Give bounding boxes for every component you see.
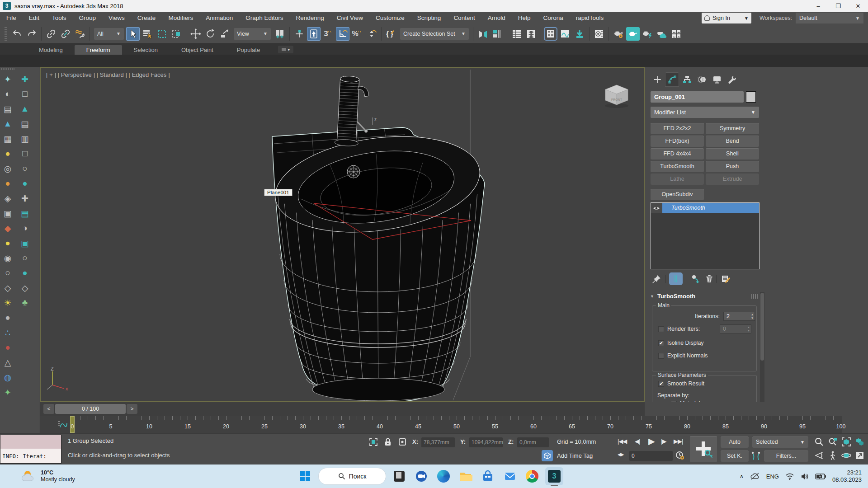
- layer-explorer-button[interactable]: [524, 27, 538, 41]
- listener-output-row[interactable]: INFO: Iterat:: [0, 449, 61, 463]
- tri-tool-icon[interactable]: △: [1, 356, 14, 369]
- globe-tool-icon[interactable]: ◍: [1, 371, 14, 384]
- zoom-all-icon[interactable]: [827, 436, 838, 447]
- tray-chevron-icon[interactable]: ∧: [740, 473, 744, 479]
- ribbon-tab-freeform[interactable]: Freeform: [75, 45, 122, 55]
- modifier-button-shell[interactable]: Shell: [706, 148, 759, 160]
- half-tool-icon[interactable]: ◑: [18, 221, 32, 235]
- pin-stack-button[interactable]: [651, 273, 663, 285]
- utilities-tab[interactable]: [725, 72, 739, 87]
- sphere-tool-icon[interactable]: ●: [1, 311, 14, 324]
- redo-button[interactable]: [25, 27, 38, 41]
- bind-to-space-warp-icon[interactable]: [73, 27, 87, 41]
- frame-step-arrows[interactable]: ◀▶: [618, 452, 623, 457]
- language-indicator[interactable]: ENG: [766, 473, 779, 480]
- spinner-snap-toggle[interactable]: [365, 27, 378, 41]
- frame-tool-icon[interactable]: □: [18, 147, 32, 160]
- dots-tool-icon[interactable]: ∴: [1, 326, 14, 339]
- wifi-icon[interactable]: [785, 473, 794, 480]
- percent-snap-toggle[interactable]: %: [350, 27, 364, 41]
- ribbon-tab-object-paint[interactable]: Object Paint: [170, 45, 225, 55]
- selection-filter-dropdown[interactable]: All▼: [94, 28, 124, 40]
- filters-button[interactable]: Filters...: [764, 450, 808, 462]
- onedrive-paused-icon[interactable]: [750, 473, 760, 480]
- circle-tool-icon[interactable]: ○: [1, 266, 14, 280]
- previous-frame-button2[interactable]: ◀|: [635, 438, 640, 445]
- gem2-tool-icon[interactable]: ◇: [18, 281, 32, 295]
- list-tool-icon[interactable]: ▤: [18, 117, 32, 131]
- figure-tool-icon[interactable]: ●: [18, 266, 32, 280]
- viewport-header[interactable]: [ + ] [ Perspective ] [ Standard ] [ Edg…: [46, 71, 170, 78]
- stack-row-turbosmooth[interactable]: TurboSmooth: [651, 203, 759, 213]
- menu-views[interactable]: Views: [102, 12, 131, 24]
- schematic-view-button[interactable]: [573, 27, 586, 41]
- object-name-field[interactable]: Group_001: [651, 91, 744, 103]
- use-pivot-point-button[interactable]: [273, 27, 287, 41]
- isoline-display-checkbox[interactable]: ✔: [658, 340, 664, 346]
- modifier-button-ffd-2x2x2[interactable]: FFD 2x2x2: [651, 123, 704, 134]
- key-filter-dropdown[interactable]: Selected▼: [752, 436, 808, 448]
- half-sphere-tool-icon[interactable]: ◐: [1, 87, 14, 101]
- key-mode-toggle-icon[interactable]: [750, 450, 761, 461]
- teal-list-tool-icon[interactable]: ▤: [18, 206, 32, 220]
- stack-item-label[interactable]: TurboSmooth: [662, 203, 759, 213]
- select-and-link-icon[interactable]: [44, 27, 58, 41]
- iterations-field[interactable]: 2 ▲▼: [723, 312, 755, 321]
- store-icon[interactable]: [479, 467, 497, 485]
- menu-rendering[interactable]: Rendering: [290, 12, 330, 24]
- ring-tool-icon[interactable]: ◎: [1, 162, 14, 175]
- restore-button[interactable]: ❐: [828, 0, 848, 12]
- outline-gem-tool-icon[interactable]: ◇: [1, 281, 14, 295]
- modifier-button-bend[interactable]: Bend: [706, 136, 759, 147]
- menu-modifiers[interactable]: Modifiers: [162, 12, 199, 24]
- ribbon-tab-selection[interactable]: Selection: [122, 45, 170, 55]
- spark-tool-icon[interactable]: ✦: [1, 72, 14, 86]
- close-button[interactable]: ✕: [848, 0, 868, 12]
- next-frame-button[interactable]: >: [127, 404, 137, 414]
- hierarchy-tab[interactable]: [680, 72, 694, 87]
- window-crossing-toggle[interactable]: [170, 27, 183, 41]
- time-slider-handle[interactable]: 0 / 100: [55, 404, 126, 414]
- go-to-end-button[interactable]: ▶▶|: [674, 438, 683, 445]
- x-coordinate-field[interactable]: 78,377mm: [421, 437, 455, 447]
- auto-key-button[interactable]: Auto: [721, 436, 749, 448]
- menu-scripting[interactable]: Scripting: [411, 12, 448, 24]
- teal-sphere-tool-icon[interactable]: ●: [18, 177, 32, 190]
- 3ds-max-taskbar-icon[interactable]: 3: [545, 467, 563, 485]
- add-time-tag-icon[interactable]: [542, 450, 553, 461]
- isolate-selection-icon[interactable]: [368, 436, 379, 447]
- absolute-offset-mode-icon[interactable]: [397, 436, 408, 447]
- modifier-button-ffd-box-[interactable]: FFD(box): [651, 136, 704, 147]
- current-frame-field[interactable]: 0: [629, 451, 673, 461]
- walk-through-icon[interactable]: [827, 450, 838, 461]
- object-color-swatch[interactable]: [746, 91, 756, 103]
- set-keys-button[interactable]: [690, 436, 717, 462]
- video-call-app-icon[interactable]: [412, 467, 430, 485]
- snaps-use-center-button[interactable]: [292, 27, 306, 41]
- ribbon-tab-populate[interactable]: Populate: [225, 45, 272, 55]
- create-tab[interactable]: [650, 72, 664, 87]
- minimize-button[interactable]: –: [808, 0, 828, 12]
- menu-animation[interactable]: Animation: [199, 12, 239, 24]
- set-key-button[interactable]: Set K.: [721, 450, 749, 462]
- modifier-button-push[interactable]: Push: [706, 161, 759, 172]
- tray-time[interactable]: 23:21: [832, 469, 862, 476]
- menu-customize[interactable]: Customize: [369, 12, 411, 24]
- scene-explorer-button[interactable]: [510, 27, 524, 41]
- ring2-tool-icon[interactable]: ○: [18, 251, 32, 265]
- square-tool-icon[interactable]: □: [18, 87, 32, 101]
- modifier-button-ffd-4x4x4[interactable]: FFD 4x4x4: [651, 148, 704, 160]
- menu-content[interactable]: Content: [447, 12, 481, 24]
- diamond-tool-icon[interactable]: ◆: [1, 221, 14, 235]
- select-and-scale-button[interactable]: [218, 27, 231, 41]
- explicit-normals-checkbox[interactable]: [658, 353, 664, 359]
- reference-coordinate-dropdown[interactable]: View▼: [234, 28, 271, 40]
- remove-modifier-button[interactable]: [703, 273, 715, 285]
- select-and-move-button[interactable]: [189, 27, 203, 41]
- smooth-result-checkbox[interactable]: ✔: [658, 381, 664, 387]
- viewcube[interactable]: FRONT: [600, 80, 633, 109]
- leaf-tool-icon[interactable]: ♣: [18, 296, 32, 310]
- cone-tool-icon[interactable]: ▲: [1, 117, 14, 131]
- motion-tab[interactable]: [695, 72, 709, 87]
- mail-icon[interactable]: [501, 467, 519, 485]
